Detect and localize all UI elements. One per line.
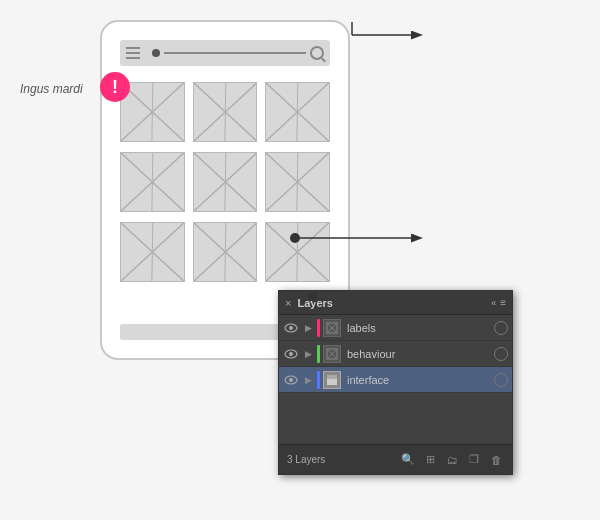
layer-color-interface — [317, 371, 320, 389]
svg-point-32 — [289, 352, 293, 356]
grid-row-1 — [120, 82, 330, 142]
layer-thumb-behaviour — [323, 345, 341, 363]
topbar-dot — [152, 49, 160, 57]
layer-color-labels — [317, 319, 320, 337]
layer-row-interface[interactable]: ▶ interface — [279, 367, 512, 393]
svg-rect-39 — [327, 375, 337, 379]
ingus-annotation: Ingus mardi — [20, 82, 83, 96]
image-placeholder-4 — [120, 152, 185, 212]
layers-footer: 3 Layers 🔍 ⊞ 🗂 ❐ 🗑 — [279, 444, 512, 474]
layer-visibility-toggle-labels[interactable] — [283, 320, 299, 336]
image-placeholder-9 — [265, 222, 330, 282]
panel-menu-icon[interactable]: ≡ — [500, 297, 506, 308]
layer-color-behaviour — [317, 345, 320, 363]
grid-row-2 — [120, 152, 330, 212]
layer-name-labels: labels — [344, 322, 491, 334]
layer-circle-labels[interactable] — [494, 321, 508, 335]
search-icon — [310, 46, 324, 60]
collapse-icon[interactable]: « — [491, 298, 496, 308]
image-placeholder-3 — [265, 82, 330, 142]
layer-visibility-toggle-interface[interactable] — [283, 372, 299, 388]
grid-row-3 — [120, 222, 330, 282]
layer-circle-interface[interactable] — [494, 373, 508, 387]
layer-expand-interface[interactable]: ▶ — [302, 375, 314, 385]
layer-expand-labels[interactable]: ▶ — [302, 323, 314, 333]
layers-close-button[interactable]: × — [285, 297, 291, 309]
image-placeholder-7 — [120, 222, 185, 282]
layer-thumb-interface — [323, 371, 341, 389]
image-placeholder-1 — [120, 82, 185, 142]
layer-circle-behaviour[interactable] — [494, 347, 508, 361]
layer-row-behaviour[interactable]: ▶ behaviour — [279, 341, 512, 367]
layer-expand-behaviour[interactable]: ▶ — [302, 349, 314, 359]
image-placeholder-6 — [265, 152, 330, 212]
layer-name-behaviour: behaviour — [344, 348, 491, 360]
layers-panel: × Layers « ≡ ▶ labels ▶ behaviour — [278, 290, 513, 475]
search-layers-icon[interactable]: 🔍 — [400, 452, 416, 468]
layers-panel-title: Layers — [297, 297, 491, 309]
new-layer-icon[interactable]: ⊞ — [422, 452, 438, 468]
menu-lines-icon — [126, 47, 140, 59]
layer-row-labels[interactable]: ▶ labels — [279, 315, 512, 341]
layer-visibility-toggle-behaviour[interactable] — [283, 346, 299, 362]
layer-count: 3 Layers — [287, 454, 394, 465]
svg-point-37 — [289, 378, 293, 382]
phone-topbar — [120, 40, 330, 66]
topbar-divider — [164, 52, 306, 54]
image-placeholder-5 — [193, 152, 258, 212]
layer-name-interface: interface — [344, 374, 491, 386]
warning-badge: ! — [100, 72, 130, 102]
svg-point-27 — [289, 326, 293, 330]
image-placeholder-8 — [193, 222, 258, 282]
layer-thumb-labels — [323, 319, 341, 337]
duplicate-layer-icon[interactable]: ❐ — [466, 452, 482, 468]
group-layers-icon[interactable]: 🗂 — [444, 452, 460, 468]
image-placeholder-2 — [193, 82, 258, 142]
delete-layer-icon[interactable]: 🗑 — [488, 452, 504, 468]
